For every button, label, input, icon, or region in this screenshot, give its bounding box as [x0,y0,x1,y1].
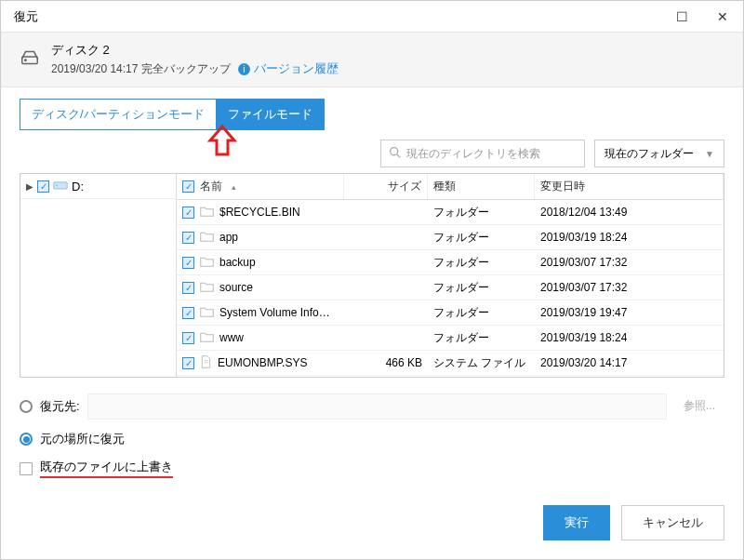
sort-caret-up-icon: ▴ [232,182,236,192]
banner: ディスク 2 2019/03/20 14:17 完全バックアップ iバージョン履… [1,33,743,87]
folder-icon [200,331,214,345]
file-size [344,258,428,267]
file-type: フォルダー [428,300,535,326]
file-type: システム ファイル [428,351,535,376]
browse-button[interactable]: 参照... [674,393,724,420]
table-row[interactable]: ✓backupフォルダー2019/03/07 17:32 [177,250,724,275]
file-size [344,283,428,292]
svg-marker-2 [210,127,234,154]
search-icon [389,146,401,161]
table-row[interactable]: ✓System Volume Info…フォルダー2019/03/19 19:4… [177,300,724,326]
restore-original-label: 元の場所に復元 [40,431,125,447]
file-name: www [219,331,244,344]
file-list: ✓ 名前 ▴ サイズ 種類 変更日時 ✓$RECYCLE.BINフォルダー201… [177,174,724,377]
mode-switch: ディスク/パーティションモード ファイルモード [1,87,743,130]
drive-icon [53,179,68,193]
checkbox-row[interactable]: ✓ [182,257,194,269]
file-type: フォルダー [428,326,535,351]
file-size: 466 KB [344,352,428,374]
mode-disk-partition[interactable]: ディスク/パーティションモード [20,99,216,130]
svg-point-1 [25,60,26,60]
search-input[interactable]: 現在のディレクトリを検索 [380,140,585,167]
restore-path-input[interactable] [87,393,667,420]
caret-right-icon: ▶ [26,181,33,192]
col-size[interactable]: サイズ [344,174,428,199]
maximize-button[interactable]: ☐ [661,1,702,33]
overwrite-label: 既存のファイルに上書き [40,459,173,478]
checkbox-row[interactable]: ✓ [182,357,194,369]
file-type: フォルダー [428,200,535,225]
file-size [344,308,428,317]
file-name: $RECYCLE.BIN [219,206,300,219]
file-date: 2019/03/19 18:24 [535,327,724,349]
file-date: 2019/03/19 19:47 [535,301,724,324]
file-name: System Volume Info… [219,306,330,319]
checkbox-all[interactable]: ✓ [182,180,194,193]
cancel-button[interactable]: キャンセル [621,505,724,540]
disk-icon [20,47,40,72]
svg-line-4 [397,154,400,157]
col-name[interactable]: ✓ 名前 ▴ [177,174,344,199]
col-date[interactable]: 変更日時 [535,174,724,199]
checkbox-row[interactable]: ✓ [182,307,194,319]
table-row[interactable]: ✓EUMONBMP.SYS466 KBシステム ファイル2019/03/20 1… [177,351,724,376]
col-type[interactable]: 種類 [428,174,535,199]
checkbox-overwrite[interactable] [20,462,33,475]
chevron-down-icon: ▼ [705,149,714,159]
checkbox-row[interactable]: ✓ [182,232,194,244]
annotation-arrow-icon [206,125,238,158]
tree-drive-d[interactable]: ▶ ✓ D: [20,174,176,199]
svg-rect-5 [54,182,67,189]
titlebar: 復元 ☐ ✕ [1,1,743,33]
file-list-header: ✓ 名前 ▴ サイズ 種類 変更日時 [177,174,724,200]
file-type: フォルダー [428,250,535,275]
file-name: EUMONBMP.SYS [218,356,307,369]
folder-scope-select[interactable]: 現在のフォルダー ▼ [594,140,724,167]
close-button[interactable]: ✕ [702,1,743,33]
file-date: 2019/03/07 17:32 [535,251,724,273]
version-history-link[interactable]: iバージョン履歴 [238,60,339,77]
file-type: フォルダー [428,275,535,300]
backup-subtitle: 2019/03/20 14:17 完全バックアップ [51,61,231,77]
file-date: 2018/12/04 13:49 [535,201,724,223]
restore-to-label: 復元先: [40,398,80,415]
run-button[interactable]: 実行 [543,505,610,540]
svg-point-6 [56,185,58,187]
file-type: フォルダー [428,225,535,250]
folder-icon [200,206,214,220]
checkbox-row[interactable]: ✓ [182,282,194,294]
drive-label: D: [72,180,84,193]
info-icon: i [238,63,250,75]
file-date: 2019/03/20 14:17 [535,352,724,374]
file-name: source [219,281,253,294]
table-row[interactable]: ✓appフォルダー2019/03/19 18:24 [177,225,724,250]
folder-icon [200,256,214,270]
window-title: 復元 [14,8,661,25]
table-row[interactable]: ✓$RECYCLE.BINフォルダー2018/12/04 13:49 [177,200,724,225]
table-row[interactable]: ✓sourceフォルダー2019/03/07 17:32 [177,275,724,300]
file-date: 2019/03/19 18:24 [535,226,724,248]
file-icon [200,355,212,371]
file-name: app [219,231,238,244]
tree-panel: ▶ ✓ D: [20,174,177,377]
disk-label: ディスク 2 [51,42,339,59]
checkbox-row[interactable]: ✓ [182,332,194,344]
search-placeholder: 現在のディレクトリを検索 [406,146,540,162]
svg-point-3 [391,148,398,155]
radio-restore-original[interactable] [20,433,33,446]
folder-icon [200,306,214,320]
radio-restore-to[interactable] [20,400,33,413]
checkbox-drive[interactable]: ✓ [37,180,49,193]
table-row[interactable]: ✓wwwフォルダー2019/03/19 18:24 [177,326,724,351]
file-name: backup [219,256,256,269]
file-date: 2019/03/07 17:32 [535,276,724,299]
checkbox-row[interactable]: ✓ [182,207,194,219]
folder-icon [200,231,214,245]
folder-icon [200,281,214,295]
file-size [344,207,428,217]
file-size [344,233,428,242]
file-size [344,333,428,342]
